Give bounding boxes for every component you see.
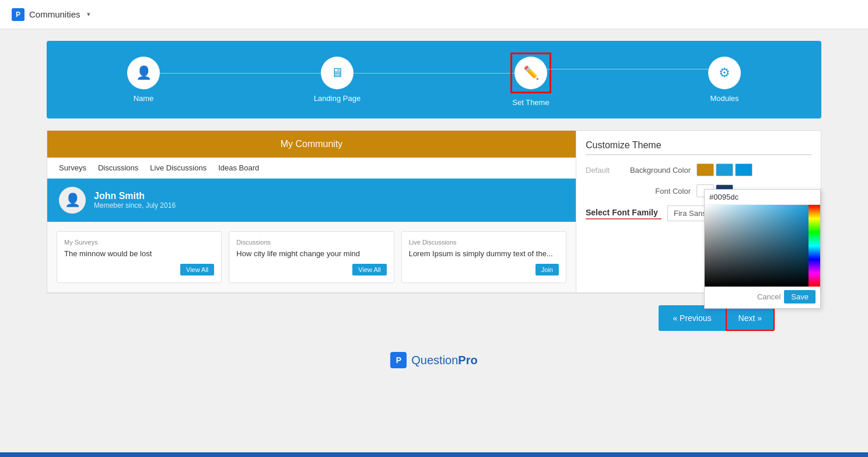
card-title-sm-discussions: Discussions: [236, 239, 386, 246]
view-all-surveys-button[interactable]: View All: [180, 264, 214, 275]
profile-since: Memeber since, July 2016: [94, 201, 176, 210]
top-nav: P Communities ▾: [0, 0, 868, 29]
nav-live-discussions[interactable]: Live Discussions: [150, 163, 206, 172]
profile-name: John Smith: [94, 191, 176, 201]
color-gradient[interactable]: [705, 205, 820, 287]
step-circle-landing: 🖥: [321, 57, 354, 89]
default-label: Default: [586, 166, 621, 175]
previous-button[interactable]: « Previous: [659, 305, 725, 331]
card-title-surveys: The minnow would be lost: [64, 249, 214, 258]
color-picker-popup: Cancel Save: [704, 189, 821, 309]
card-title-sm-surveys: My Surveys: [64, 239, 214, 246]
card-live-discussions: Live Discussions Lorem Ipsum is simply d…: [401, 231, 566, 283]
community-nav: Surveys Discussions Live Discussions Ide…: [47, 158, 576, 179]
wizard-step-modules[interactable]: ⚙ Modules: [628, 57, 821, 103]
picker-row: [705, 205, 820, 287]
step-label-landing: Landing Page: [314, 94, 360, 103]
bg-swatches: [696, 163, 752, 176]
card-surveys: My Surveys The minnow would be lost View…: [57, 231, 222, 283]
nav-ideas-board[interactable]: Ideas Board: [218, 163, 259, 172]
card-title-sm-live: Live Discussions: [409, 239, 559, 246]
wizard-step-landing-page[interactable]: 🖥 Landing Page: [240, 57, 434, 103]
profile-info: John Smith Memeber since, July 2016: [94, 191, 176, 210]
color-picker-actions: Cancel Save: [705, 287, 820, 303]
footer-question-text: Question: [411, 354, 458, 367]
color-picker-cancel-button[interactable]: Cancel: [757, 290, 780, 303]
step-circle-modules: ⚙: [708, 57, 741, 89]
brand-label: Communities: [29, 9, 80, 19]
step-label-modules: Modules: [710, 94, 738, 103]
footer: P QuestionPro: [47, 343, 821, 378]
wizard-step-set-theme[interactable]: ✏️ Set Theme: [434, 53, 628, 107]
bg-swatch-2[interactable]: [716, 163, 733, 176]
community-profile: 👤 John Smith Memeber since, July 2016: [47, 179, 576, 222]
footer-brand: P QuestionPro: [390, 352, 477, 368]
content-row: My Community Surveys Discussions Live Di…: [47, 130, 821, 293]
community-header: My Community: [47, 131, 576, 158]
nav-discussions[interactable]: Discussions: [98, 163, 138, 172]
wizard-step-arrow: [526, 94, 536, 100]
step-circle-theme: ✏️: [514, 57, 547, 89]
chevron-down-icon: ▾: [87, 11, 90, 18]
bottom-bar: [0, 452, 868, 457]
wizard-bar: 👤 Name 🖥 Landing Page ✏️ Set Theme ⚙ Mod…: [47, 41, 821, 118]
cards-row: My Surveys The minnow would be lost View…: [47, 222, 576, 292]
bg-swatch-1[interactable]: [696, 163, 714, 176]
font-color-label: Font Color: [626, 187, 691, 196]
card-discussions: Discussions How city life might change y…: [229, 231, 394, 283]
card-title-discussions: How city life might change your mind: [236, 249, 386, 258]
brand-area[interactable]: P Communities ▾: [12, 8, 90, 21]
step-label-name: Name: [134, 94, 154, 103]
avatar: 👤: [59, 187, 86, 214]
next-button[interactable]: Next »: [726, 305, 775, 331]
bg-color-label: Background Color: [626, 166, 691, 175]
customize-title: Customize Theme: [586, 140, 811, 155]
footer-brand-text: QuestionPro: [411, 354, 477, 367]
footer-brand-icon: P: [390, 352, 407, 368]
color-hue-strip[interactable]: [808, 205, 820, 287]
view-all-discussions-button[interactable]: View All: [352, 264, 386, 275]
wizard-step-name[interactable]: 👤 Name: [47, 57, 240, 103]
bg-swatch-3[interactable]: [735, 163, 752, 176]
color-picker-save-button[interactable]: Save: [784, 290, 816, 303]
join-button[interactable]: Join: [536, 264, 559, 275]
brand-icon: P: [12, 8, 24, 21]
customize-panel: Customize Theme Default Background Color…: [576, 131, 821, 292]
nav-surveys[interactable]: Surveys: [59, 163, 86, 172]
card-title-live: Lorem Ipsum is simply dummy text of the.…: [409, 249, 559, 258]
step-circle-name: 👤: [127, 57, 160, 89]
theme-row-bg: Default Background Color: [586, 163, 811, 176]
community-preview: My Community Surveys Discussions Live Di…: [47, 131, 576, 292]
footer-pro-text: Pro: [458, 354, 477, 367]
color-hex-input[interactable]: [705, 190, 820, 205]
select-font-family-label: Select Font Family: [586, 208, 662, 219]
active-step-wrapper: ✏️: [510, 53, 551, 93]
main-content: 👤 Name 🖥 Landing Page ✏️ Set Theme ⚙ Mod…: [0, 29, 868, 389]
